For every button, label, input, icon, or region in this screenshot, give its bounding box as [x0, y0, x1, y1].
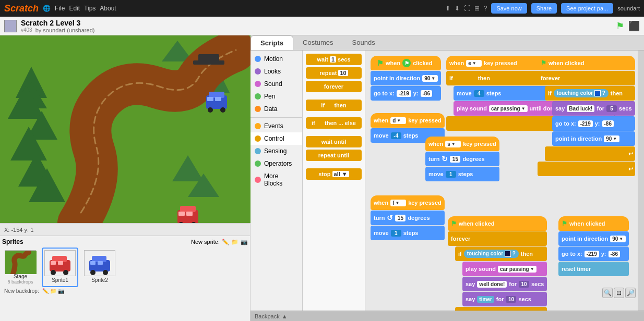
goto-y-1[interactable]: -86 — [421, 90, 432, 97]
move-1-block-s[interactable]: move 1 steps — [425, 167, 499, 181]
repeat-until-block[interactable]: repeat until — [306, 150, 362, 161]
project-title[interactable]: Scratch 2 Level 3 — [21, 19, 94, 27]
direction-dropdown-3[interactable]: 90 — [610, 236, 626, 242]
category-sensing[interactable]: Sensing — [251, 145, 302, 157]
scroll-indicator[interactable] — [638, 51, 644, 311]
sprite1-item[interactable]: Sprite1 — [42, 248, 78, 287]
go-to-xy-block-2[interactable]: go to x: -219 y: -86 — [552, 116, 635, 131]
wait-until-block[interactable]: wait until — [306, 136, 362, 147]
direction-dropdown[interactable]: 90 — [422, 75, 438, 82]
goto-x-2[interactable]: -219 — [578, 120, 593, 127]
scripts-canvas[interactable]: x: 141 y: -109 ⚑ when ⚑ clicked point in… — [365, 51, 638, 311]
play-sound-cp-block[interactable]: play sound car passing — [462, 262, 547, 276]
category-motion[interactable]: Motion — [251, 53, 302, 65]
backdrop-file-icon[interactable]: 📁 — [50, 288, 56, 294]
go-to-xy-block-1[interactable]: go to x: -219 y: -86 — [371, 86, 441, 101]
green-flag-button[interactable]: ⚑ — [616, 20, 624, 32]
category-control[interactable]: Control — [251, 132, 302, 145]
say-text-timer[interactable]: timer — [477, 296, 494, 303]
goto-x-1[interactable]: -219 — [397, 90, 411, 97]
say-well-done-block[interactable]: say well done! for 10 secs — [462, 277, 547, 291]
direction-dropdown-2[interactable]: 90 — [604, 135, 619, 142]
point-dir-block-3[interactable]: point in direction 90 — [558, 231, 629, 246]
file-sprite-icon[interactable]: 📁 — [231, 239, 238, 245]
paint-sprite-icon[interactable]: ✏️ — [222, 239, 229, 245]
block-group-clicked-touching[interactable]: ⚑ when clicked forever if touching color… — [538, 56, 635, 177]
when-d-key-hat[interactable]: when d key pressed — [371, 113, 445, 128]
goto-y-2[interactable]: -86 — [602, 120, 614, 127]
key-dropdown-d[interactable]: d — [390, 117, 406, 124]
repeat-block[interactable]: repeat 10 — [306, 67, 362, 79]
save-now-button[interactable]: Save now — [491, 3, 527, 14]
download-icon[interactable]: ⬇ — [455, 5, 460, 12]
stop-button[interactable]: ⬛ — [628, 20, 640, 32]
stage-item[interactable]: Stage 8 backdrops — [2, 248, 39, 287]
if-touching-color-block-2[interactable]: if touching color ? then — [455, 246, 547, 261]
when-clicked-hat[interactable]: ⚑ when ⚑ clicked — [371, 56, 441, 70]
reset-timer-block[interactable]: reset timer — [558, 262, 629, 276]
move-1-block-f[interactable]: move 1 steps — [371, 226, 445, 240]
category-operators[interactable]: Operators — [251, 157, 302, 170]
globe-icon[interactable]: 🌐 — [43, 5, 51, 12]
when-clicked-hat-3[interactable]: ⚑ when clicked — [448, 216, 547, 231]
fullscreen-icon[interactable]: ⛶ — [464, 5, 470, 12]
category-more-blocks[interactable]: More Blocks — [251, 170, 302, 190]
forever-block-top[interactable]: forever — [538, 71, 635, 85]
when-clicked-hat-2[interactable]: ⚑ when clicked — [538, 56, 635, 70]
key-dropdown-f[interactable]: f — [390, 200, 406, 206]
share-button[interactable]: Share — [531, 3, 557, 14]
block-group-clicked-reset[interactable]: ⚑ when clicked point in direction 90 go … — [558, 216, 629, 277]
go-to-xy-block-3[interactable]: go to x: -219 y: -86 — [558, 246, 629, 261]
sound-dropdown-cp[interactable]: car passing — [498, 266, 536, 273]
tab-scripts[interactable]: Scripts — [251, 35, 293, 50]
file-menu[interactable]: File — [55, 5, 65, 12]
category-pen[interactable]: Pen — [251, 90, 302, 103]
point-direction-block[interactable]: point in direction 90 — [371, 71, 441, 85]
move-steps-1f[interactable]: 1 — [391, 230, 401, 237]
touching-color-condition[interactable]: touching color ? — [554, 89, 609, 97]
zoom-fit-button[interactable]: ⊡ — [614, 288, 624, 298]
forever-block-wd[interactable]: forever — [448, 231, 547, 246]
when-clicked-hat-4[interactable]: ⚑ when clicked — [558, 216, 629, 231]
if-then-block[interactable]: if then — [306, 100, 362, 111]
category-events[interactable]: Events — [251, 120, 302, 132]
for-secs-bl[interactable]: 5 — [606, 105, 617, 112]
upload-icon[interactable]: ⬆ — [445, 5, 450, 12]
forever-block[interactable]: forever — [306, 81, 362, 92]
when-s-key-hat[interactable]: when s key pressed — [425, 137, 499, 151]
say-text-wd[interactable]: well done! — [477, 281, 507, 288]
for-secs-timer[interactable]: 10 — [506, 296, 516, 303]
block-group-s-key[interactable]: when s key pressed turn ↻ 15 degrees mov… — [425, 137, 499, 182]
stop-block[interactable]: stop all ▼ — [306, 168, 362, 180]
zoom-in-button[interactable]: 🔍 — [602, 288, 613, 298]
if-touching-color-block[interactable]: if touching color ? then — [545, 86, 635, 101]
goto-x-3[interactable]: -219 — [585, 251, 599, 257]
category-sound[interactable]: Sound — [251, 78, 302, 90]
key-dropdown-s[interactable]: s — [445, 141, 461, 147]
say-text-bl[interactable]: Bad luck! — [567, 105, 594, 112]
move-steps-4[interactable]: 4 — [474, 90, 484, 97]
camera-sprite-icon[interactable]: 📷 — [241, 239, 248, 245]
when-f-key-hat[interactable]: when f key pressed — [371, 195, 445, 210]
block-group-clicked-well-done[interactable]: ⚑ when clicked forever if touching color… — [448, 216, 547, 311]
turn-degrees-s[interactable]: 15 — [450, 156, 460, 163]
stage[interactable] — [0, 35, 251, 223]
edit-menu[interactable]: Edit — [69, 5, 80, 12]
move-steps-m4[interactable]: -4 — [391, 132, 401, 139]
say-bad-luck-block[interactable]: say Bad luck! for 5 secs — [552, 101, 635, 116]
say-timer-block[interactable]: say timer for 10 secs — [462, 292, 547, 306]
tips-menu[interactable]: Tips — [84, 5, 96, 12]
move-steps-1s[interactable]: 1 — [446, 171, 456, 178]
category-looks[interactable]: Looks — [251, 65, 302, 78]
tab-costumes[interactable]: Costumes — [293, 35, 343, 50]
key-dropdown-e[interactable]: e — [466, 60, 482, 67]
see-project-button[interactable]: See project pa... — [561, 3, 613, 14]
sound-dropdown[interactable]: car passing — [489, 105, 528, 112]
touching-color-condition-2[interactable]: touching color ? — [464, 250, 519, 258]
backdrop-camera-icon[interactable]: 📷 — [58, 288, 64, 294]
help-icon[interactable]: ? — [484, 5, 487, 12]
turn-cw-15-block[interactable]: turn ↻ 15 degrees — [425, 152, 499, 166]
about-menu[interactable]: About — [100, 5, 116, 12]
zoom-icon[interactable]: ⊞ — [474, 5, 480, 12]
turn-ccw-15-block[interactable]: turn ↺ 15 degrees — [371, 211, 445, 225]
